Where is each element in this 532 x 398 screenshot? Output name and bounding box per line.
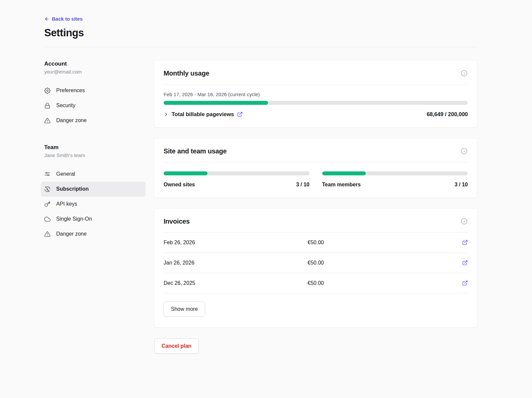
invoice-amount: €50.00 bbox=[308, 240, 324, 246]
site-team-usage-card: Site and team usage Owned sites bbox=[154, 138, 477, 198]
settings-page: Back to sites Settings Account your@emai… bbox=[0, 0, 532, 398]
sidebar-item-label: Danger zone bbox=[56, 117, 87, 123]
sidebar-item-danger-zone-team[interactable]: Danger zone bbox=[41, 227, 146, 242]
key-icon bbox=[44, 201, 51, 207]
external-link-icon[interactable] bbox=[237, 111, 243, 117]
warning-icon bbox=[44, 231, 51, 237]
account-email: your@email.com bbox=[44, 69, 154, 75]
gear-icon bbox=[44, 88, 51, 94]
invoice-row: Feb 26, 2026 €50.00 bbox=[164, 233, 468, 253]
arrow-left-icon bbox=[44, 16, 50, 22]
team-name: Jane Smith's team bbox=[44, 152, 154, 158]
settings-sidebar: Account your@email.com Preferences Secur… bbox=[44, 61, 154, 354]
invoice-date: Feb 26, 2026 bbox=[164, 240, 308, 246]
invoice-amount: €50.00 bbox=[308, 280, 324, 286]
team-members-progress-track bbox=[322, 171, 468, 175]
sidebar-item-label: Security bbox=[56, 102, 75, 108]
sidebar-item-label: General bbox=[56, 171, 75, 177]
sidebar-item-security[interactable]: Security bbox=[41, 98, 146, 113]
account-section-title: Account bbox=[44, 61, 154, 67]
monthly-usage-card: Monthly usage Feb 17, 2026 - Mar 16, 202… bbox=[154, 61, 477, 127]
pageviews-usage-value: 68,649 / 200,000 bbox=[427, 111, 468, 117]
billing-cycle-label: Feb 17, 2026 - Mar 16, 2026 (current cyc… bbox=[164, 92, 468, 97]
sidebar-item-label: Preferences bbox=[56, 88, 85, 94]
billable-pageviews-label: Total billable pageviews bbox=[172, 111, 234, 117]
sidebar-item-subscription[interactable]: Subscription bbox=[41, 182, 146, 197]
sliders-icon bbox=[44, 171, 51, 177]
show-more-button[interactable]: Show more bbox=[164, 301, 205, 317]
sidebar-section-team: Team Jane Smith's team General Subscript… bbox=[44, 144, 154, 242]
team-members-progress-fill bbox=[322, 171, 366, 175]
pageviews-progress-fill bbox=[164, 101, 268, 105]
invoice-external-link-icon[interactable] bbox=[462, 280, 468, 286]
owned-sites-progress-track bbox=[164, 171, 310, 175]
header-divider bbox=[44, 47, 477, 47]
cancel-plan-button[interactable]: Cancel plan bbox=[154, 338, 199, 354]
info-icon[interactable] bbox=[461, 218, 468, 225]
lock-icon bbox=[44, 102, 51, 109]
invoice-list: Feb 26, 2026 €50.00 Jan 26, 2026 €50.00 … bbox=[154, 233, 477, 294]
owned-sites-progress-fill bbox=[164, 171, 207, 175]
invoice-external-link-icon[interactable] bbox=[462, 260, 468, 266]
sidebar-item-label: Single Sign-On bbox=[56, 216, 92, 222]
pageviews-progress-track bbox=[164, 101, 468, 105]
team-section-title: Team bbox=[44, 144, 154, 151]
team-members-value: 3 / 10 bbox=[455, 182, 468, 188]
warning-icon bbox=[44, 117, 51, 124]
invoice-date: Dec 26, 2025 bbox=[164, 280, 308, 286]
sidebar-item-preferences[interactable]: Preferences bbox=[41, 83, 146, 98]
monthly-usage-title: Monthly usage bbox=[164, 70, 209, 77]
team-members-meter: Team members 3 / 10 bbox=[322, 171, 468, 188]
back-link-label: Back to sites bbox=[52, 16, 83, 22]
info-icon[interactable] bbox=[461, 147, 468, 155]
account-nav: Preferences Security Danger zone bbox=[44, 83, 146, 128]
owned-sites-value: 3 / 10 bbox=[296, 182, 309, 188]
invoices-card: Invoices Feb 26, 2026 €50.00 Jan 26, 202… bbox=[154, 209, 477, 327]
sidebar-item-label: Danger zone bbox=[56, 231, 87, 237]
dollar-refresh-icon bbox=[44, 186, 51, 192]
sidebar-item-api-keys[interactable]: API keys bbox=[41, 197, 146, 212]
chevron-right-icon[interactable] bbox=[164, 112, 169, 117]
sidebar-item-label: Subscription bbox=[56, 186, 89, 192]
back-to-sites-link[interactable]: Back to sites bbox=[44, 16, 83, 22]
invoice-row: Jan 26, 2026 €50.00 bbox=[164, 253, 468, 273]
page-title: Settings bbox=[44, 27, 477, 39]
owned-sites-meter: Owned sites 3 / 10 bbox=[164, 171, 310, 188]
invoices-title: Invoices bbox=[164, 218, 190, 225]
owned-sites-label: Owned sites bbox=[164, 182, 195, 188]
team-members-label: Team members bbox=[322, 182, 361, 188]
subscription-panel: Monthly usage Feb 17, 2026 - Mar 16, 202… bbox=[154, 61, 477, 354]
sidebar-item-danger-zone-account[interactable]: Danger zone bbox=[41, 113, 146, 128]
sidebar-section-account: Account your@email.com Preferences Secur… bbox=[44, 61, 154, 128]
sidebar-item-single-sign-on[interactable]: Single Sign-On bbox=[41, 212, 146, 227]
cloud-icon bbox=[44, 216, 51, 222]
info-icon[interactable] bbox=[461, 70, 468, 77]
sidebar-item-label: API keys bbox=[56, 201, 77, 207]
team-nav: General Subscription API keys Singl bbox=[44, 167, 146, 242]
invoice-amount: €50.00 bbox=[308, 260, 324, 266]
site-team-usage-title: Site and team usage bbox=[164, 147, 227, 155]
sidebar-item-general[interactable]: General bbox=[41, 167, 146, 182]
invoice-date: Jan 26, 2026 bbox=[164, 260, 308, 266]
invoice-external-link-icon[interactable] bbox=[462, 240, 468, 245]
invoice-row: Dec 26, 2025 €50.00 bbox=[164, 273, 468, 294]
